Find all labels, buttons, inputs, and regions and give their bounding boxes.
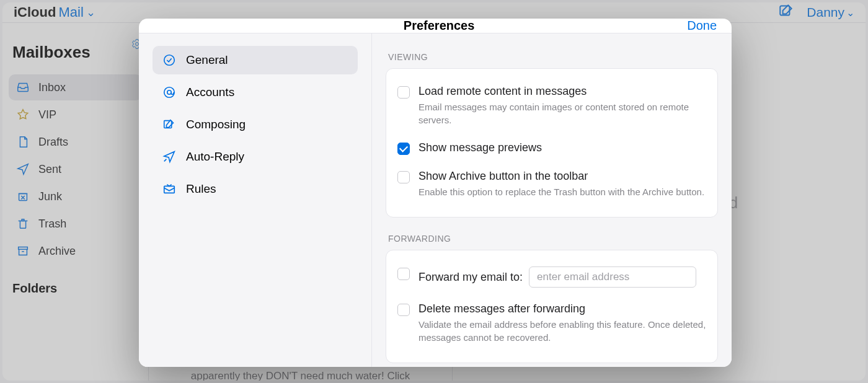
mailboxes-sidebar: Mailboxes Inbox VIP Drafts Sent Junk [2,23,149,381]
preferences-modal: Preferences Done General Accounts Compos… [139,19,732,367]
svg-point-1 [136,43,139,46]
archive-icon [16,244,30,258]
setting-message-previews: Show message previews [397,135,706,164]
setting-load-remote: Load remote content in messages Email me… [397,80,706,135]
user-name: Danny [807,5,844,20]
rules-icon [162,182,176,196]
svg-rect-7 [164,121,172,128]
compose-icon [162,118,176,131]
viewing-card: Load remote content in messages Email me… [386,68,718,218]
forwarding-card: Forward my email to: Delete messages aft… [386,250,718,363]
sidebar-item-drafts[interactable]: Drafts [9,129,142,155]
chevron-down-icon: ⌄ [846,7,854,19]
sidebar-item-junk[interactable]: Junk [9,183,142,209]
compose-icon[interactable] [778,2,794,22]
paperplane-icon [16,162,30,176]
checkbox-archive-button[interactable] [397,171,410,183]
setting-archive-button: Show Archive button in the toolbar Enabl… [397,164,706,207]
tab-autoreply[interactable]: Auto-Reply [153,143,358,171]
setting-label: Show message previews [418,141,706,154]
tab-label: Rules [186,182,216,196]
tab-label: Auto-Reply [186,150,244,164]
sidebar-item-label: Drafts [38,136,68,149]
tab-accounts[interactable]: Accounts [153,78,358,107]
forwarding-header: FORWARDING [388,234,715,244]
setting-desc: Validate the email address before enabli… [418,318,706,344]
folders-heading: Folders [12,281,138,296]
mail-menu[interactable]: Mail [58,4,83,20]
setting-delete-after-forward: Delete messages after forwarding Validat… [397,296,706,353]
setting-forward-email: Forward my email to: [397,262,706,296]
preferences-sidebar: General Accounts Composing Auto-Reply Ru… [139,33,372,367]
modal-header: Preferences Done [139,19,732,33]
sidebar-item-label: Sent [38,163,61,176]
modal-title: Preferences [191,19,687,33]
sidebar-item-vip[interactable]: VIP [9,102,142,128]
setting-label: Delete messages after forwarding [418,302,706,315]
checkbox-delete-after-forward[interactable] [397,304,410,316]
tab-label: Composing [186,118,246,131]
sidebar-item-trash[interactable]: Trash [9,211,142,237]
check-circle-icon [162,53,176,67]
tab-label: Accounts [186,86,234,99]
sidebar-item-label: Inbox [38,81,66,94]
star-icon [16,108,30,121]
mailboxes-title: Mailboxes [12,43,138,62]
sidebar-item-label: Junk [38,190,62,203]
svg-point-6 [167,90,171,94]
preferences-content: VIEWING Load remote content in messages … [372,33,732,367]
sidebar-item-label: VIP [38,108,56,121]
chevron-down-icon[interactable]: ⌄ [86,6,95,19]
user-menu[interactable]: Danny ⌄ [807,5,854,20]
setting-label: Load remote content in messages [418,85,706,98]
setting-desc: Email messages may contain images or con… [418,100,706,126]
tab-composing[interactable]: Composing [153,110,358,139]
icloud-brand: iCloud [14,4,56,20]
sidebar-item-inbox[interactable]: Inbox [9,74,142,100]
svg-rect-8 [164,186,175,193]
checkbox-message-previews[interactable] [397,143,410,155]
at-icon [162,86,176,99]
junk-icon [16,190,30,203]
viewing-header: VIEWING [388,52,715,62]
svg-point-4 [164,55,175,66]
tab-label: General [186,53,228,67]
setting-label: Show Archive button in the toolbar [418,170,706,183]
sidebar-item-archive[interactable]: Archive [9,238,142,264]
svg-rect-3 [19,247,28,250]
forward-email-input[interactable] [529,266,696,288]
tab-rules[interactable]: Rules [153,175,358,203]
message-snippet: apparently they DON'T need much water! C… [191,370,410,381]
done-button[interactable]: Done [687,19,717,33]
setting-label: Forward my email to: [418,271,523,284]
trash-icon [16,217,30,231]
autoreply-icon [162,150,176,164]
checkbox-forward-email[interactable] [397,268,410,280]
tab-general[interactable]: General [153,46,358,74]
svg-point-5 [164,87,175,98]
checkbox-load-remote[interactable] [397,86,410,99]
sidebar-item-sent[interactable]: Sent [9,156,142,182]
setting-desc: Enable this option to replace the Trash … [418,185,706,198]
sidebar-item-label: Trash [38,218,66,231]
inbox-icon [16,81,30,94]
document-icon [16,135,30,149]
sidebar-item-label: Archive [38,245,76,258]
